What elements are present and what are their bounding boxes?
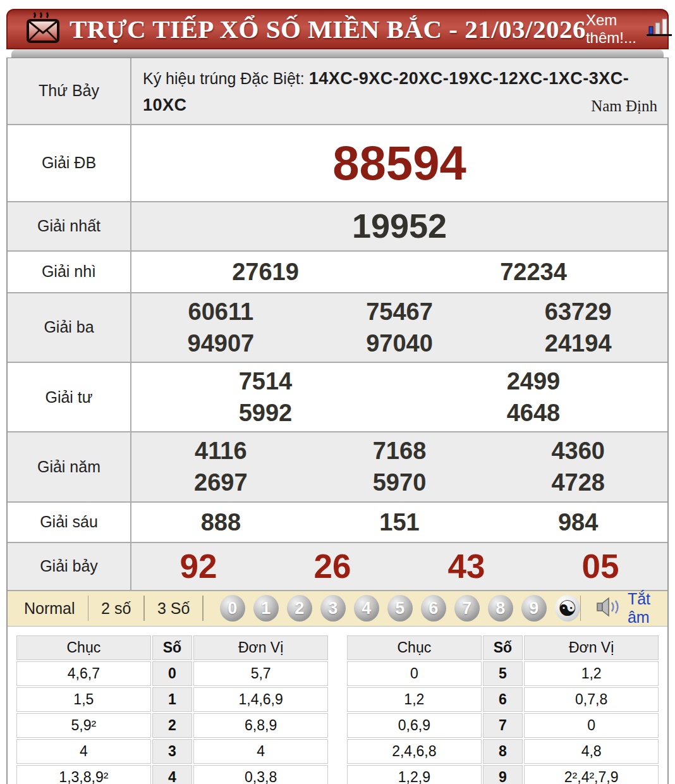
chuc-cell: 2,4,6,8 xyxy=(347,739,482,764)
province-name: Nam Định xyxy=(591,94,657,119)
toolbar: Normal 2 số 3 Số 0 1 2 3 4 5 6 7 8 9 ☯ xyxy=(8,591,667,627)
prize-number: 19952 xyxy=(131,205,667,247)
donvi-cell: 1,4,6,9 xyxy=(193,687,328,712)
stats-table-left: Chục Số Đơn Vị 4,6,7 0 5,7 1,5 1 1,4,6,9 xyxy=(15,634,329,784)
so-cell: 7 xyxy=(483,713,523,738)
bar-chart-icon[interactable] xyxy=(645,16,673,42)
donvi-cell: 2²,4²,7,9 xyxy=(524,765,659,784)
prize-number: 63729 xyxy=(489,296,667,328)
prize-number: 60611 xyxy=(131,296,310,328)
lottery-widget: TRỰC TIẾP XỔ SỐ MIỀN BẮC - 21/03/2026 Xe… xyxy=(0,0,675,784)
mute-button[interactable]: Tắt âm xyxy=(580,590,664,627)
day-label: Thứ Bảy xyxy=(8,58,131,124)
envelope-icon xyxy=(25,11,62,47)
stats-row: 1,5 1 1,4,6,9 xyxy=(16,687,328,712)
prize-number: 4648 xyxy=(399,397,667,429)
prize-number: 2499 xyxy=(399,365,667,397)
stats-row: 4 3 4 xyxy=(16,739,328,764)
number-ball-7[interactable]: 7 xyxy=(454,595,480,622)
number-ball-row: 0 1 2 3 4 5 6 7 8 9 ☯ xyxy=(220,595,580,622)
donvi-cell: 6,8,9 xyxy=(193,713,328,738)
prize-number: 24194 xyxy=(489,328,667,359)
number-ball-4[interactable]: 4 xyxy=(354,595,379,622)
number-ball-1[interactable]: 1 xyxy=(253,595,279,622)
prize-number: 5970 xyxy=(310,467,489,498)
speaker-icon xyxy=(596,597,621,620)
donvi-cell: 5,7 xyxy=(193,661,328,686)
so-cell: 9 xyxy=(483,765,523,784)
prize-row-seventh: Giải bảy 92 26 43 05 xyxy=(8,543,667,591)
so-cell: 6 xyxy=(483,687,523,712)
prize-number: 2697 xyxy=(131,467,310,498)
mode-button-normal[interactable]: Normal xyxy=(11,599,88,618)
mute-label: Tắt âm xyxy=(628,590,654,627)
number-ball-6[interactable]: 6 xyxy=(421,595,446,622)
col-header-donvi: Đơn Vị xyxy=(524,635,659,660)
prize-number: 7168 xyxy=(310,435,489,467)
prize-number: 4728 xyxy=(489,467,667,498)
prize-row-fifth: Giải năm 4116 7168 4360 2697 5970 4728 xyxy=(8,432,667,502)
stats-row: 4,6,7 0 5,7 xyxy=(16,661,328,686)
donvi-cell: 0,7,8 xyxy=(524,687,659,712)
stats-header-row: Chục Số Đơn Vị xyxy=(347,635,659,660)
page-title: TRỰC TIẾP XỔ SỐ MIỀN BẮC - 21/03/2026 xyxy=(70,14,586,44)
results-table: Thứ Bảy Ký hiệu trúng Đặc Biệt: 14XC-9XC… xyxy=(8,58,667,591)
so-cell: 2 xyxy=(152,713,193,738)
number-ball-2[interactable]: 2 xyxy=(287,595,312,622)
prize-number: 88594 xyxy=(131,135,667,190)
so-cell: 3 xyxy=(152,739,193,764)
number-ball-9[interactable]: 9 xyxy=(521,595,547,622)
prize-label: Giải nhì xyxy=(8,252,131,292)
prize-label: Giải tư xyxy=(8,363,131,431)
chuc-cell: 4 xyxy=(16,739,151,764)
prize-row-first: Giải nhất 19952 xyxy=(8,202,667,252)
header-bar: TRỰC TIẾP XỔ SỐ MIỀN BẮC - 21/03/2026 Xe… xyxy=(6,9,669,49)
chuc-cell: 1,2,9 xyxy=(347,765,482,784)
prize-row-second: Giải nhì 27619 72234 xyxy=(8,252,667,293)
chuc-cell: 1,2 xyxy=(347,687,482,712)
number-ball-8[interactable]: 8 xyxy=(488,595,513,622)
so-cell: 4 xyxy=(152,765,193,784)
col-header-so: Số xyxy=(483,635,523,660)
number-ball-5[interactable]: 5 xyxy=(387,595,413,622)
chuc-cell: 4,6,7 xyxy=(16,661,151,686)
prize-number: 151 xyxy=(310,506,489,538)
prize-number: 75467 xyxy=(310,296,489,328)
prize-row-special: Giải ĐB 88594 xyxy=(8,125,667,202)
symbol-cell: Ký hiệu trúng Đặc Biệt: 14XC-9XC-20XC-19… xyxy=(131,58,667,124)
col-header-chuc: Chục xyxy=(16,635,151,660)
mode-button-2so[interactable]: 2 số xyxy=(88,599,143,618)
stats-header-row: Chục Số Đơn Vị xyxy=(16,635,328,660)
see-more-label: Xem thêm!... xyxy=(586,11,636,47)
prize-number: 05 xyxy=(533,546,667,587)
yin-yang-ball[interactable]: ☯ xyxy=(555,595,580,622)
donvi-cell: 0,3,8 xyxy=(193,765,328,784)
see-more-link[interactable]: Xem thêm!... xyxy=(586,11,673,47)
prize-number: 4360 xyxy=(489,435,667,467)
prize-number: 94907 xyxy=(131,328,310,359)
chuc-cell: 1,3,8,9² xyxy=(16,765,151,784)
so-cell: 1 xyxy=(152,687,193,712)
stats-row: 1,2 6 0,7,8 xyxy=(347,687,659,712)
prize-number: 26 xyxy=(265,546,399,587)
prize-number: 888 xyxy=(131,506,310,538)
donvi-cell: 0 xyxy=(524,713,659,738)
stats-table-right: Chục Số Đơn Vị 0 5 1,2 1,2 6 0,7,8 xyxy=(346,634,660,784)
donvi-cell: 1,2 xyxy=(524,661,659,686)
col-header-so: Số xyxy=(152,635,193,660)
stats-row: 2,4,6,8 8 4,8 xyxy=(347,739,659,764)
symbol-prefix: Ký hiệu trúng Đặc Biệt: xyxy=(143,70,309,87)
number-ball-3[interactable]: 3 xyxy=(320,595,346,622)
prize-number: 4116 xyxy=(131,435,310,467)
divider xyxy=(202,596,204,621)
col-header-chuc: Chục xyxy=(347,635,482,660)
stats-row: 5,9² 2 6,8,9 xyxy=(16,713,328,738)
prize-label: Giải ĐB xyxy=(8,125,131,201)
so-cell: 0 xyxy=(152,661,193,686)
prize-row-third: Giải ba 60611 75467 63729 94907 97040 24… xyxy=(8,293,667,363)
chuc-cell: 1,5 xyxy=(16,687,151,712)
number-ball-0[interactable]: 0 xyxy=(220,595,245,622)
prize-number: 7514 xyxy=(131,365,399,397)
mode-button-3so[interactable]: 3 Số xyxy=(145,599,202,618)
stats-row: 1,3,8,9² 4 0,3,8 xyxy=(16,765,328,784)
